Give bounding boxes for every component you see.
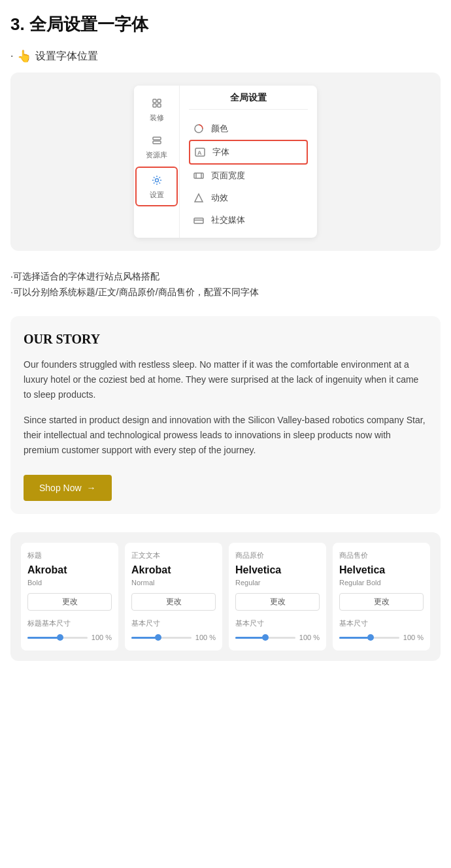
settings-content: 全局设置 颜色 A 字体 bbox=[180, 86, 317, 238]
font-card-slider-row-3: 100 % bbox=[339, 634, 424, 641]
menu-animation-label: 动效 bbox=[211, 192, 228, 204]
settings-panel-header: 全局设置 bbox=[189, 92, 308, 110]
font-card-style-1: Normal bbox=[131, 579, 216, 587]
font-card-size-label-1: 基本尺寸 bbox=[131, 619, 216, 628]
gear-icon bbox=[150, 173, 164, 187]
font-card-name-3: Helvetica bbox=[339, 564, 424, 576]
resources-icon bbox=[150, 133, 164, 148]
settings-sidebar: 装修 资源库 设置 bbox=[134, 86, 180, 238]
menu-width-label: 页面宽度 bbox=[211, 170, 245, 182]
shop-now-button[interactable]: Shop Now → bbox=[24, 475, 112, 501]
svg-text:A: A bbox=[197, 150, 202, 156]
font-card-0: 标题 Akrobat Bold 更改 标题基本尺寸 100 % bbox=[21, 543, 118, 651]
font-card-size-label-0: 标题基本尺寸 bbox=[27, 619, 112, 628]
svg-point-6 bbox=[155, 179, 158, 182]
desc-line-1: ·可选择适合的字体进行站点风格搭配 bbox=[10, 269, 441, 285]
story-card: OUR STORY Our founders struggled with re… bbox=[10, 316, 441, 515]
sidebar-item-decor[interactable]: 装修 bbox=[134, 91, 179, 128]
font-card-name-2: Helvetica bbox=[235, 564, 320, 576]
menu-font-label: 字体 bbox=[212, 146, 229, 158]
slider-track-0[interactable] bbox=[27, 637, 88, 639]
desc-line-2: ·可以分别给系统标题/正文/商品原价/商品售价，配置不同字体 bbox=[10, 285, 441, 300]
sidebar-resources-label: 资源库 bbox=[146, 150, 167, 160]
animation-icon bbox=[193, 192, 205, 204]
font-card-category-0: 标题 bbox=[27, 551, 112, 560]
font-card-slider-row-1: 100 % bbox=[131, 634, 216, 641]
shop-now-arrow: → bbox=[87, 483, 96, 493]
section-title: 3. 全局设置一字体 bbox=[10, 13, 441, 36]
story-paragraph-1: Our founders struggled with restless sle… bbox=[24, 357, 427, 402]
font-cards-grid: 标题 Akrobat Bold 更改 标题基本尺寸 100 % 正文文本 Akr… bbox=[21, 543, 430, 651]
svg-rect-14 bbox=[194, 218, 203, 223]
menu-item-animation[interactable]: 动效 bbox=[189, 187, 308, 209]
slider-percent-2: 100 % bbox=[299, 634, 320, 641]
svg-rect-5 bbox=[153, 141, 161, 144]
font-card-name-1: Akrobat bbox=[131, 564, 216, 576]
font-card-3: 商品售价 Helvetica Regular Bold 更改 基本尺寸 100 … bbox=[333, 543, 430, 651]
story-paragraph-2: Since started in product design and inno… bbox=[24, 413, 427, 458]
color-icon bbox=[193, 123, 205, 135]
font-card-1: 正文文本 Akrobat Normal 更改 基本尺寸 100 % bbox=[125, 543, 222, 651]
bullet-dot: · bbox=[10, 50, 13, 62]
font-card-change-btn-2[interactable]: 更改 bbox=[235, 593, 320, 611]
menu-item-social[interactable]: 社交媒体 bbox=[189, 209, 308, 231]
font-card-slider-row-0: 100 % bbox=[27, 634, 112, 641]
svg-rect-1 bbox=[158, 99, 161, 103]
menu-color-label: 颜色 bbox=[211, 123, 228, 135]
slider-percent-3: 100 % bbox=[403, 634, 424, 641]
slider-percent-1: 100 % bbox=[195, 634, 216, 641]
menu-item-width[interactable]: 页面宽度 bbox=[189, 165, 308, 187]
svg-rect-0 bbox=[153, 99, 156, 103]
svg-rect-4 bbox=[153, 137, 161, 140]
width-icon bbox=[193, 170, 205, 182]
menu-social-label: 社交媒体 bbox=[211, 214, 245, 226]
menu-item-color[interactable]: 颜色 bbox=[189, 118, 308, 140]
sidebar-item-resources[interactable]: 资源库 bbox=[134, 128, 179, 165]
bullet-text: 设置字体位置 bbox=[35, 50, 98, 63]
font-card-name-0: Akrobat bbox=[27, 564, 112, 576]
decor-icon bbox=[150, 96, 164, 110]
font-card-style-0: Bold bbox=[27, 579, 112, 587]
font-icon: A bbox=[194, 146, 206, 158]
settings-panel: 装修 资源库 设置 bbox=[134, 86, 317, 238]
font-card-category-1: 正文文本 bbox=[131, 551, 216, 560]
font-card-change-btn-3[interactable]: 更改 bbox=[339, 593, 424, 611]
font-card-size-label-3: 基本尺寸 bbox=[339, 619, 424, 628]
font-card-style-2: Regular bbox=[235, 579, 320, 587]
font-card-slider-row-2: 100 % bbox=[235, 634, 320, 641]
font-card-size-label-2: 基本尺寸 bbox=[235, 619, 320, 628]
sidebar-decor-label: 装修 bbox=[150, 113, 164, 123]
settings-panel-wrapper: 装修 资源库 设置 bbox=[10, 72, 441, 251]
slider-track-2[interactable] bbox=[235, 637, 295, 639]
description-block: ·可选择适合的字体进行站点风格搭配 ·可以分别给系统标题/正文/商品原价/商品售… bbox=[10, 269, 441, 300]
font-card-change-btn-1[interactable]: 更改 bbox=[131, 593, 216, 611]
bullet-item-font-position: · 👆 设置字体位置 bbox=[10, 49, 441, 63]
slider-track-1[interactable] bbox=[131, 637, 192, 639]
sidebar-item-settings[interactable]: 设置 bbox=[135, 167, 178, 206]
font-card-category-3: 商品售价 bbox=[339, 551, 424, 560]
shop-now-label: Shop Now bbox=[39, 483, 82, 493]
menu-item-font[interactable]: A 字体 bbox=[189, 140, 308, 165]
font-cards-wrapper: 标题 Akrobat Bold 更改 标题基本尺寸 100 % 正文文本 Akr… bbox=[10, 532, 441, 661]
sidebar-settings-label: 设置 bbox=[150, 190, 164, 200]
font-card-style-3: Regular Bold bbox=[339, 579, 424, 587]
font-card-category-2: 商品原价 bbox=[235, 551, 320, 560]
social-icon bbox=[193, 214, 205, 226]
slider-percent-0: 100 % bbox=[92, 634, 112, 641]
svg-rect-2 bbox=[153, 104, 156, 107]
svg-marker-13 bbox=[195, 194, 203, 202]
point-emoji: 👆 bbox=[17, 49, 31, 63]
font-card-change-btn-0[interactable]: 更改 bbox=[27, 593, 112, 611]
svg-rect-10 bbox=[194, 173, 203, 178]
font-card-2: 商品原价 Helvetica Regular 更改 基本尺寸 100 % bbox=[229, 543, 326, 651]
slider-track-3[interactable] bbox=[339, 637, 399, 639]
svg-rect-3 bbox=[158, 104, 161, 107]
story-title: OUR STORY bbox=[24, 332, 427, 347]
